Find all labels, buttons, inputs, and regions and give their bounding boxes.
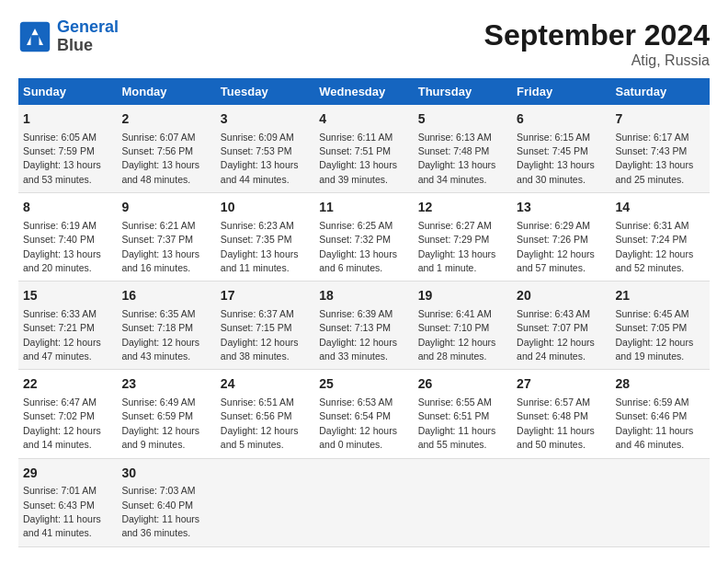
sunset: Sunset: 7:37 PM — [121, 234, 193, 245]
calendar-cell: 25 Sunrise: 6:53 AM Sunset: 6:54 PM Dayl… — [314, 370, 413, 458]
logo-text: GeneralBlue — [57, 18, 119, 55]
daylight: Daylight: 13 hours and 48 minutes. — [121, 159, 199, 184]
sunrise: Sunrise: 6:13 AM — [418, 132, 492, 143]
calendar-cell: 4 Sunrise: 6:11 AM Sunset: 7:51 PM Dayli… — [314, 105, 413, 193]
sunset: Sunset: 7:35 PM — [221, 234, 292, 245]
daylight: Daylight: 12 hours and 47 minutes. — [23, 337, 101, 362]
sunrise: Sunrise: 6:57 AM — [517, 396, 590, 408]
calendar-cell: 10 Sunrise: 6:23 AM Sunset: 7:35 PM Dayl… — [216, 193, 314, 282]
sunrise: Sunrise: 6:33 AM — [23, 308, 97, 319]
weekday-header-row: SundayMondayTuesdayWednesdayThursdayFrid… — [18, 78, 710, 105]
day-number: 25 — [319, 375, 408, 394]
calendar-cell: 12 Sunrise: 6:27 AM Sunset: 7:29 PM Dayl… — [414, 193, 512, 282]
sunset: Sunset: 7:10 PM — [418, 322, 490, 333]
sunrise: Sunrise: 6:15 AM — [517, 132, 590, 143]
day-number: 18 — [319, 287, 408, 305]
page-header: GeneralBlue September 2024 Atig, Russia — [18, 18, 710, 69]
daylight: Daylight: 13 hours and 39 minutes. — [319, 159, 397, 184]
daylight: Daylight: 12 hours and 0 minutes. — [319, 425, 397, 450]
day-number: 27 — [517, 375, 606, 394]
calendar-cell: 3 Sunrise: 6:09 AM Sunset: 7:53 PM Dayli… — [216, 105, 314, 193]
calendar-week-row: 29 Sunrise: 7:01 AM Sunset: 6:43 PM Dayl… — [18, 458, 710, 546]
sunrise: Sunrise: 6:51 AM — [221, 396, 294, 408]
title-block: September 2024 Atig, Russia — [484, 18, 710, 69]
day-number: 11 — [319, 199, 408, 217]
sunrise: Sunrise: 6:41 AM — [418, 308, 492, 319]
sunset: Sunset: 7:59 PM — [23, 145, 95, 156]
calendar-cell: 29 Sunrise: 7:01 AM Sunset: 6:43 PM Dayl… — [18, 458, 117, 546]
sunset: Sunset: 7:45 PM — [517, 145, 588, 156]
sunrise: Sunrise: 6:05 AM — [23, 132, 97, 143]
sunset: Sunset: 6:40 PM — [121, 500, 193, 511]
daylight: Daylight: 11 hours and 46 minutes. — [616, 425, 694, 450]
calendar-cell — [512, 458, 610, 546]
daylight: Daylight: 12 hours and 14 minutes. — [23, 425, 101, 450]
daylight: Daylight: 13 hours and 34 minutes. — [418, 159, 496, 184]
calendar-cell: 28 Sunrise: 6:59 AM Sunset: 6:46 PM Dayl… — [611, 370, 710, 458]
sunrise: Sunrise: 6:29 AM — [517, 220, 590, 231]
day-number: 12 — [418, 199, 507, 217]
calendar-cell: 20 Sunrise: 6:43 AM Sunset: 7:07 PM Dayl… — [512, 282, 610, 370]
daylight: Daylight: 11 hours and 41 minutes. — [23, 513, 101, 538]
sunrise: Sunrise: 6:25 AM — [319, 220, 392, 231]
daylight: Daylight: 11 hours and 55 minutes. — [418, 425, 496, 450]
sunset: Sunset: 7:29 PM — [418, 234, 490, 245]
day-number: 29 — [23, 465, 112, 483]
sunrise: Sunrise: 6:09 AM — [221, 132, 294, 143]
sunset: Sunset: 7:56 PM — [121, 145, 193, 156]
day-number: 14 — [616, 199, 705, 217]
sunset: Sunset: 7:07 PM — [517, 322, 588, 333]
sunset: Sunset: 6:48 PM — [517, 410, 588, 421]
daylight: Daylight: 11 hours and 50 minutes. — [517, 425, 595, 450]
day-number: 19 — [418, 287, 507, 305]
sunrise: Sunrise: 7:03 AM — [121, 485, 195, 496]
calendar-cell: 24 Sunrise: 6:51 AM Sunset: 6:56 PM Dayl… — [216, 370, 314, 458]
daylight: Daylight: 12 hours and 52 minutes. — [616, 248, 694, 273]
sunrise: Sunrise: 6:35 AM — [121, 308, 195, 319]
daylight: Daylight: 12 hours and 5 minutes. — [221, 425, 299, 450]
day-number: 16 — [121, 287, 210, 305]
calendar-week-row: 22 Sunrise: 6:47 AM Sunset: 7:02 PM Dayl… — [18, 370, 710, 458]
calendar-cell: 5 Sunrise: 6:13 AM Sunset: 7:48 PM Dayli… — [414, 105, 512, 193]
sunset: Sunset: 7:02 PM — [23, 410, 95, 421]
daylight: Daylight: 13 hours and 53 minutes. — [23, 159, 101, 184]
daylight: Daylight: 13 hours and 25 minutes. — [616, 159, 694, 184]
sunset: Sunset: 6:56 PM — [221, 410, 292, 421]
daylight: Daylight: 12 hours and 43 minutes. — [121, 337, 199, 362]
weekday-header-sunday: Sunday — [18, 78, 117, 105]
month-title: September 2024 — [484, 18, 710, 52]
sunset: Sunset: 6:59 PM — [121, 410, 193, 421]
weekday-header-thursday: Thursday — [414, 78, 512, 105]
sunrise: Sunrise: 6:21 AM — [121, 220, 195, 231]
day-number: 15 — [23, 287, 112, 305]
day-number: 7 — [616, 110, 705, 129]
sunrise: Sunrise: 6:47 AM — [23, 396, 97, 408]
day-number: 22 — [23, 375, 112, 394]
calendar-cell: 13 Sunrise: 6:29 AM Sunset: 7:26 PM Dayl… — [512, 193, 610, 282]
sunset: Sunset: 7:21 PM — [23, 322, 95, 333]
weekday-header-monday: Monday — [117, 78, 215, 105]
sunset: Sunset: 6:54 PM — [319, 410, 391, 421]
day-number: 2 — [121, 110, 210, 129]
calendar-cell: 9 Sunrise: 6:21 AM Sunset: 7:37 PM Dayli… — [117, 193, 215, 282]
day-number: 26 — [418, 375, 507, 394]
calendar-cell: 22 Sunrise: 6:47 AM Sunset: 7:02 PM Dayl… — [18, 370, 117, 458]
day-number: 6 — [517, 110, 606, 129]
day-number: 23 — [121, 375, 210, 394]
calendar-cell: 18 Sunrise: 6:39 AM Sunset: 7:13 PM Dayl… — [314, 282, 413, 370]
sunset: Sunset: 7:53 PM — [221, 145, 292, 156]
sunset: Sunset: 7:15 PM — [221, 322, 292, 333]
weekday-header-saturday: Saturday — [611, 78, 710, 105]
day-number: 20 — [517, 287, 606, 305]
sunrise: Sunrise: 6:43 AM — [517, 308, 590, 319]
day-number: 4 — [319, 110, 408, 129]
daylight: Daylight: 13 hours and 11 minutes. — [221, 248, 299, 273]
calendar-table: SundayMondayTuesdayWednesdayThursdayFrid… — [18, 78, 710, 547]
sunrise: Sunrise: 6:59 AM — [616, 396, 689, 408]
logo: GeneralBlue — [18, 18, 119, 55]
calendar-cell: 8 Sunrise: 6:19 AM Sunset: 7:40 PM Dayli… — [18, 193, 117, 282]
calendar-cell: 21 Sunrise: 6:45 AM Sunset: 7:05 PM Dayl… — [611, 282, 710, 370]
day-number: 8 — [23, 199, 112, 217]
daylight: Daylight: 13 hours and 6 minutes. — [319, 248, 397, 273]
sunrise: Sunrise: 6:55 AM — [418, 396, 492, 408]
